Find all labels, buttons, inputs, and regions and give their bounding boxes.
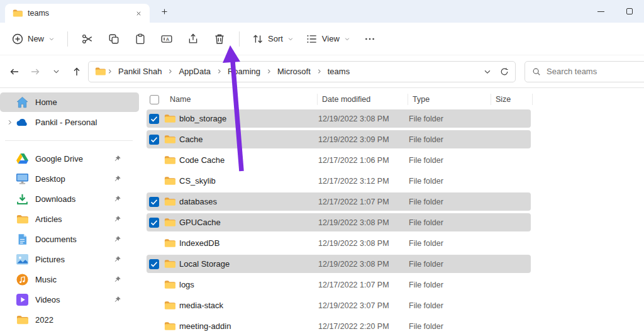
sidebar-item-label: Desktop xyxy=(35,174,113,184)
row-checkbox[interactable] xyxy=(149,197,159,207)
file-row-meeting-addin[interactable]: meeting-addin12/17/2022 2:20 PMFile fold… xyxy=(142,316,644,334)
folder-icon xyxy=(164,218,175,227)
file-row-gpucache[interactable]: GPUCache12/19/2022 3:08 PMFile folder xyxy=(142,212,644,233)
file-name: Local Storage xyxy=(179,259,318,269)
file-name: CS_skylib xyxy=(179,176,318,186)
share-button[interactable] xyxy=(180,28,206,50)
breadcrumb-appdata[interactable]: AppData xyxy=(174,64,215,79)
row-checkbox[interactable] xyxy=(149,280,159,290)
column-header-size[interactable]: Size xyxy=(491,94,533,105)
search-box xyxy=(525,61,644,82)
row-checkbox[interactable] xyxy=(149,114,159,124)
sidebar-item-label: Home xyxy=(35,97,121,107)
breadcrumb-teams[interactable]: teams xyxy=(323,64,354,79)
command-toolbar: New A Sort View xyxy=(0,23,644,55)
file-type: File folder xyxy=(409,135,492,144)
sidebar-item-pictures[interactable]: Pictures xyxy=(0,250,139,269)
delete-button[interactable] xyxy=(207,28,232,50)
sidebar-item-label: Pankil - Personal xyxy=(35,118,121,127)
paste-icon xyxy=(135,33,146,45)
pin-icon xyxy=(113,296,121,304)
folder-icon xyxy=(164,197,175,206)
column-header-date-modified[interactable]: Date modified xyxy=(317,94,408,105)
row-checkbox[interactable] xyxy=(149,259,159,269)
sidebar-item-documents[interactable]: Documents xyxy=(0,230,139,249)
see-more-button[interactable] xyxy=(357,28,382,50)
view-button[interactable]: View xyxy=(301,28,356,50)
row-checkbox[interactable] xyxy=(149,218,159,228)
breadcrumb-pankil-shah[interactable]: Pankil Shah xyxy=(114,64,166,79)
file-row-cache[interactable]: Cache12/19/2022 3:09 PMFile folder xyxy=(142,129,644,150)
sort-button[interactable]: Sort xyxy=(247,28,299,50)
file-row-logs[interactable]: logs12/17/2022 1:07 PMFile folder xyxy=(142,274,644,295)
sidebar-item-2022[interactable]: 2022 xyxy=(0,310,139,330)
breadcrumb-chevron-icon xyxy=(106,67,114,75)
sidebar-item-google-drive[interactable]: Google Drive xyxy=(0,149,139,169)
sidebar-item-home[interactable]: Home xyxy=(0,92,139,112)
maximize-button[interactable] xyxy=(615,0,644,23)
address-dropdown-button[interactable] xyxy=(479,63,496,80)
sidebar-item-music[interactable]: Music xyxy=(0,270,139,289)
sidebar-item-downloads[interactable]: Downloads xyxy=(0,189,139,209)
minimize-button[interactable] xyxy=(586,0,615,23)
explorer-tab[interactable]: teams xyxy=(5,4,150,23)
file-row-code-cache[interactable]: Code Cache12/17/2022 1:06 PMFile folder xyxy=(142,150,644,170)
pin-icon xyxy=(113,235,121,243)
column-header-type[interactable]: Type xyxy=(408,94,491,105)
cut-icon xyxy=(82,33,93,45)
forward-button[interactable] xyxy=(26,62,45,81)
sidebar-item-label: Articles xyxy=(35,214,113,224)
up-button[interactable] xyxy=(67,62,86,81)
new-tab-button[interactable] xyxy=(156,3,172,19)
file-row-indexeddb[interactable]: IndexedDB12/19/2022 3:08 PMFile folder xyxy=(142,233,644,253)
tab-close-icon[interactable] xyxy=(132,7,145,19)
breadcrumb-chevron-icon xyxy=(315,67,323,75)
rename-button[interactable]: A xyxy=(154,28,179,50)
column-header-name[interactable]: Name xyxy=(164,94,317,105)
back-button[interactable] xyxy=(5,62,24,81)
select-all-checkbox[interactable] xyxy=(150,95,159,104)
sidebar-item-label: Downloads xyxy=(35,194,113,204)
pin-icon xyxy=(113,215,121,223)
file-row-media-stack[interactable]: media-stack12/19/2022 3:07 PMFile folder xyxy=(142,295,644,316)
tab-title: teams xyxy=(28,9,127,18)
address-bar[interactable]: Pankil ShahAppDataRoamingMicrosoftteams xyxy=(88,61,516,82)
folder-icon xyxy=(164,280,175,289)
file-row-cs-skylib[interactable]: CS_skylib12/17/2022 3:12 PMFile folder xyxy=(142,170,644,191)
documents-icon xyxy=(16,234,28,245)
folder-icon xyxy=(164,114,175,123)
search-input[interactable] xyxy=(547,67,644,76)
breadcrumb-roaming[interactable]: Roaming xyxy=(223,64,265,79)
file-type: File folder xyxy=(409,301,492,310)
new-button-label: New xyxy=(28,34,44,43)
expand-chevron-icon[interactable] xyxy=(3,119,16,126)
folder-icon xyxy=(13,9,23,18)
cut-button[interactable] xyxy=(75,28,100,50)
refresh-button[interactable] xyxy=(496,63,513,80)
row-checkbox[interactable] xyxy=(149,301,159,311)
file-row-blob-storage[interactable]: blob_storage12/19/2022 3:08 PMFile folde… xyxy=(142,108,644,129)
row-checkbox[interactable] xyxy=(149,238,159,248)
sidebar-item-desktop[interactable]: Desktop xyxy=(0,169,139,189)
recent-locations-button[interactable] xyxy=(47,62,65,81)
file-name: databases xyxy=(179,197,318,206)
row-checkbox[interactable] xyxy=(149,176,159,186)
paste-button[interactable] xyxy=(128,28,153,50)
pin-icon xyxy=(113,175,121,183)
copy-button[interactable] xyxy=(101,28,126,50)
folder-icon xyxy=(16,315,28,326)
file-row-local-storage[interactable]: Local Storage12/19/2022 3:08 PMFile fold… xyxy=(142,253,644,274)
row-checkbox[interactable] xyxy=(149,135,159,145)
sidebar-item-articles[interactable]: Articles xyxy=(0,209,139,229)
row-checkbox[interactable] xyxy=(149,321,159,331)
file-row-databases[interactable]: databases12/17/2022 1:07 PMFile folder xyxy=(142,191,644,212)
minimize-icon xyxy=(597,11,604,12)
new-button[interactable]: New xyxy=(6,28,60,50)
row-checkbox[interactable] xyxy=(149,155,159,165)
breadcrumb-microsoft[interactable]: Microsoft xyxy=(273,64,315,79)
sidebar-item-pankil-personal[interactable]: Pankil - Personal xyxy=(0,113,139,132)
file-type: File folder xyxy=(409,239,492,248)
chevron-down-icon xyxy=(287,36,294,42)
sidebar-item-videos[interactable]: Videos xyxy=(0,290,139,309)
file-date-modified: 12/19/2022 3:09 PM xyxy=(318,135,409,144)
